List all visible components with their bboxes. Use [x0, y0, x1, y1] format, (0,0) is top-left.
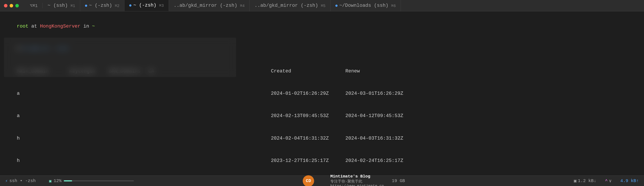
tab-6[interactable]: ~/Downloads (ssh) ⌘6: [330, 0, 401, 11]
blog-subtitle: 专注于你·聚焦于此: [330, 179, 384, 184]
blog-badge: CD: [303, 175, 314, 186]
progress-icon: ▣: [49, 179, 52, 183]
download-speed: 1.2 kB↓: [578, 178, 596, 183]
status-right: ▣ 1.2 kB↓ ^ ∨ 4.9 kB↑: [574, 178, 639, 184]
progress-bar: [64, 180, 134, 182]
tab-2[interactable]: ~ (-zsh) ⌘2: [80, 0, 124, 11]
table-row: h2024-02-04T16:31:32Z2024-04-03T16:31:32…: [5, 127, 639, 150]
header-created: Created: [271, 68, 346, 75]
upload-speed: 4.9 kB↑: [620, 178, 639, 183]
tab-2-dot: [85, 4, 87, 7]
status-center: CD Mintimate's Blog 专注于你·聚焦于此 https://ww…: [134, 174, 574, 186]
tab-6-dot: [335, 4, 338, 7]
tab-5-shortcut: ⌘5: [321, 3, 326, 8]
tab-4-label: ..ab/gkd_mirror (-zsh): [174, 3, 237, 8]
prompt-user-1: root: [17, 24, 28, 29]
table-row: a2024-01-02T16:26:29Z2024-03-01T16:26:29…: [5, 82, 639, 105]
tab-group: ~ (ssh) ⌘1 ~ (-zsh) ⌘2 ~ (-zsh) ⌘3 ..ab/…: [43, 0, 644, 11]
statusbar: ⚡ ssh • -zsh ▣ 12% CD Mintimate's Blog 专…: [0, 176, 644, 186]
tab-3-dot: [129, 4, 132, 6]
tab-1-shortcut: ⌘1: [70, 3, 75, 8]
tab-5-label: ..ab/gkd_mirror (-zsh): [254, 3, 318, 8]
close-button[interactable]: [4, 4, 8, 7]
status-ssh-label: ssh • -zsh: [10, 178, 36, 183]
progress-pct: 12%: [54, 178, 62, 183]
upload-status: 4.9 kB↑: [620, 178, 639, 183]
maximize-button[interactable]: [15, 4, 19, 7]
table-row: h2023-12-27T16:25:17Z2024-02-24T16:25:17…: [5, 150, 639, 172]
prompt-line-1: root at HongKongServer in ~: [5, 15, 639, 38]
blog-title: Mintimate's Blog: [330, 174, 384, 179]
tab-2-shortcut: ⌘2: [115, 3, 120, 8]
tab-4[interactable]: ..ab/gkd_mirror (-zsh) ⌘4: [169, 0, 250, 11]
prompt-dir-1: ~: [92, 24, 95, 29]
caret-status: ^ ∨: [605, 178, 612, 184]
table-row: a2024-02-13T09:45:53Z2024-04-12T09:45:53…: [5, 105, 639, 127]
prompt-host-1: HongKongServer: [40, 24, 80, 29]
tab-3-label: ~ (-zsh): [133, 3, 156, 8]
tab-3-shortcut: ⌘3: [159, 3, 164, 8]
tab-6-shortcut: ⌘6: [391, 3, 396, 8]
window-controls: [0, 4, 23, 7]
tab-1[interactable]: ~ (ssh) ⌘1: [43, 0, 80, 11]
tab-1-label: ~ (ssh): [48, 3, 68, 8]
tab-6-label: ~/Downloads (ssh): [339, 3, 388, 8]
progress-bar-fill: [64, 180, 72, 182]
tab-4-shortcut: ⌘4: [240, 3, 245, 8]
header-renew: Renew: [346, 68, 420, 75]
progress-container: ▣ 12%: [49, 178, 134, 183]
download-icon: ▣: [574, 178, 576, 184]
blog-url: https://www.mintimate.cn: [330, 184, 384, 186]
caret-down-icon: ∨: [609, 178, 612, 184]
tab-2-label: ~ (-zsh): [89, 3, 112, 8]
blur-overlay: [4, 38, 236, 77]
caret-up-icon: ^: [605, 178, 608, 183]
titlebar: ⌥⌘1 ~ (ssh) ⌘1 ~ (-zsh) ⌘2 ~ (-zsh) ⌘3 .…: [0, 0, 644, 11]
blog-info: Mintimate's Blog 专注于你·聚焦于此 https://www.m…: [330, 174, 384, 186]
status-left: ⚡ ssh • -zsh: [5, 178, 49, 183]
tab-extra[interactable]: ⌥⌘1: [24, 3, 43, 8]
minimize-button[interactable]: [10, 4, 13, 7]
ssh-icon: ⚡: [5, 179, 8, 183]
terminal-body: root at HongKongServer in ~ $ $ acme.sh …: [0, 11, 644, 176]
download-status: ▣ 1.2 kB↓: [574, 178, 596, 184]
tab-5[interactable]: ..ab/gkd_mirror (-zsh) ⌘5: [250, 0, 330, 11]
tab-3[interactable]: ~ (-zsh) ⌘3: [124, 0, 169, 11]
disk-used: 19 GB: [392, 178, 405, 183]
